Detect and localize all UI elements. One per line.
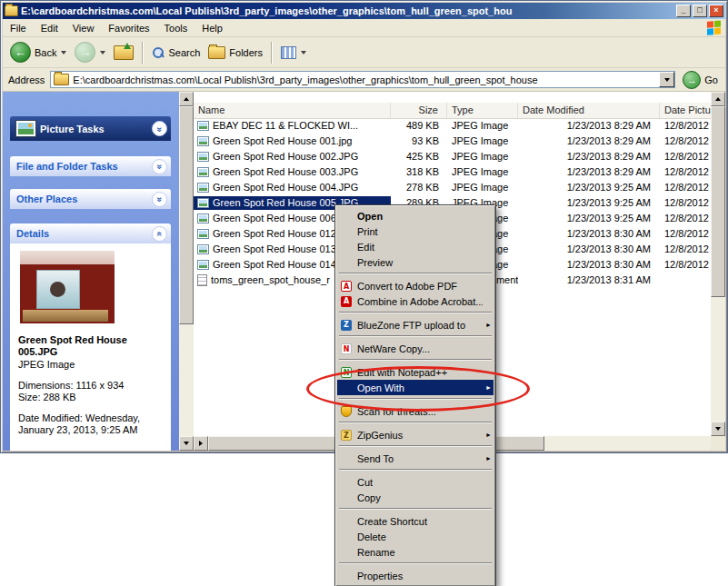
menubar-item-view[interactable]: View bbox=[65, 20, 102, 36]
context-menu-item-netware-copy[interactable]: NetWare Copy... bbox=[337, 341, 494, 356]
folder-icon bbox=[54, 74, 69, 85]
context-menu-item-open-with[interactable]: Open With► bbox=[337, 380, 494, 395]
sidebar-scrollbar[interactable] bbox=[179, 92, 194, 451]
column-header-date-picture[interactable]: Date Picture bbox=[660, 103, 711, 118]
chevron-up-icon[interactable]: « bbox=[152, 226, 167, 242]
address-input[interactable]: E:\cardboardchristmas.com\Local Publish\… bbox=[50, 71, 675, 88]
scroll-down-button[interactable] bbox=[179, 436, 194, 451]
context-menu-item-preview[interactable]: Preview bbox=[337, 254, 494, 270]
list-scrollbar[interactable] bbox=[711, 92, 725, 451]
menubar-item-tools[interactable]: Tools bbox=[157, 20, 195, 36]
menubar-item-help[interactable]: Help bbox=[194, 20, 230, 36]
minimize-button[interactable]: _ bbox=[676, 5, 691, 17]
image-file-icon bbox=[197, 214, 209, 223]
search-button[interactable]: Search bbox=[149, 45, 203, 61]
file-row[interactable]: Green Spot Red House 004.JPG278 KBJPEG I… bbox=[194, 180, 711, 195]
picture-tasks-panel-header[interactable]: Picture Tasks » bbox=[10, 116, 171, 141]
folders-button[interactable]: Folders bbox=[205, 45, 265, 61]
file-type: JPEG Image bbox=[447, 119, 518, 133]
file-date-picture: 12/8/2012 5 bbox=[660, 243, 711, 256]
scroll-up-button[interactable] bbox=[179, 92, 194, 106]
file-date-picture: 12/8/2012 1 bbox=[660, 181, 711, 194]
up-button[interactable] bbox=[111, 44, 136, 62]
file-size: 93 KB bbox=[391, 134, 447, 148]
context-menu-item-convert-to-adobe-pdf[interactable]: Convert to Adobe PDF bbox=[337, 278, 494, 293]
address-dropdown-button[interactable] bbox=[659, 72, 674, 87]
context-menu-item-zipgenius[interactable]: ZipGenius► bbox=[337, 427, 494, 442]
thumbnail-house-hole bbox=[50, 282, 65, 297]
file-type: JPEG Image bbox=[447, 150, 518, 164]
context-menu-item-delete[interactable]: Delete bbox=[337, 529, 494, 544]
file-name-cell: Green Spot Red House 003.JPG bbox=[194, 165, 391, 179]
column-header-date-modified[interactable]: Date Modified bbox=[518, 103, 660, 118]
menu-item-label: Combine in Adobe Acrobat... bbox=[357, 296, 483, 307]
other-places-panel-header[interactable]: Other Places » bbox=[10, 189, 171, 209]
file-name-cell: Green Spot Red House 002.JPG bbox=[194, 150, 391, 164]
context-menu-item-rename[interactable]: Rename bbox=[337, 544, 494, 560]
file-row[interactable]: Green Spot Red House 002.JPG425 KBJPEG I… bbox=[194, 149, 711, 164]
back-dropdown-icon[interactable] bbox=[61, 51, 66, 55]
scroll-right-button[interactable] bbox=[194, 436, 208, 451]
address-path: E:\cardboardchristmas.com\Local Publish\… bbox=[73, 74, 655, 85]
chevron-down-icon[interactable]: » bbox=[152, 192, 167, 207]
context-menu-item-send-to[interactable]: Send To► bbox=[337, 451, 494, 466]
menubar-item-favorites[interactable]: Favorites bbox=[101, 20, 156, 36]
back-button[interactable]: ← Back bbox=[7, 40, 69, 65]
file-row[interactable]: EBAY DEC 11 & FLOCKED WI...489 KBJPEG Im… bbox=[194, 118, 711, 134]
file-row[interactable]: Green Spot Red House 001.jpg93 KBJPEG Im… bbox=[194, 134, 711, 149]
context-menu-item-cut[interactable]: Cut bbox=[337, 474, 494, 490]
close-button[interactable]: × bbox=[709, 5, 723, 17]
views-button[interactable] bbox=[278, 45, 309, 61]
details-size: Size: 288 KB bbox=[18, 392, 163, 403]
chevron-down-icon[interactable]: » bbox=[152, 159, 167, 174]
file-date-modified: 1/23/2013 9:25 AM bbox=[518, 181, 660, 194]
menubar-item-file[interactable]: File bbox=[3, 20, 34, 36]
context-menu-item-edit[interactable]: Edit bbox=[337, 239, 494, 254]
scrollbar-thumb[interactable] bbox=[179, 106, 194, 324]
context-menu-item-properties[interactable]: Properties bbox=[337, 568, 494, 583]
column-header-name[interactable]: Name bbox=[194, 103, 391, 118]
file-date-picture: 12/8/2012 5 bbox=[660, 227, 711, 241]
file-folder-tasks-panel-header[interactable]: File and Folder Tasks » bbox=[10, 156, 171, 176]
file-name-cell: Green Spot Red House 001.jpg bbox=[194, 134, 391, 148]
context-menu-item-create-shortcut[interactable]: Create Shortcut bbox=[337, 513, 494, 529]
context-menu-item-edit-with-notepad[interactable]: Edit with Notepad++ bbox=[337, 364, 494, 380]
context-menu-item-print[interactable]: Print bbox=[337, 223, 494, 239]
context-menu-item-open[interactable]: Open bbox=[337, 208, 494, 223]
column-header-size[interactable]: Size bbox=[391, 103, 447, 118]
image-file-icon bbox=[197, 260, 209, 270]
menubar-item-edit[interactable]: Edit bbox=[34, 20, 65, 36]
panel-title: Picture Tasks bbox=[40, 124, 105, 134]
image-file-icon bbox=[197, 152, 209, 162]
context-menu-item-scan-for-threats[interactable]: Scan for threats... bbox=[337, 403, 494, 419]
details-panel-header[interactable]: Details « bbox=[10, 223, 171, 243]
scrollbar-thumb[interactable] bbox=[711, 106, 725, 297]
context-menu-item-copy[interactable]: Copy bbox=[337, 490, 494, 505]
menu-item-label: Copy bbox=[357, 492, 483, 503]
menu-item-label: Cut bbox=[357, 477, 483, 488]
scroll-down-button[interactable] bbox=[711, 422, 725, 436]
thumbnail-house bbox=[36, 270, 80, 309]
scroll-up-button[interactable] bbox=[711, 92, 725, 106]
go-button[interactable]: → Go bbox=[681, 71, 720, 89]
menu-separator bbox=[339, 359, 492, 361]
notepadpp-icon bbox=[339, 367, 357, 378]
maximize-button[interactable]: □ bbox=[693, 5, 707, 17]
menu-separator bbox=[339, 335, 492, 337]
menubar: FileEditViewFavoritesToolsHelp bbox=[3, 19, 725, 37]
chevron-down-icon[interactable]: » bbox=[152, 121, 167, 136]
file-name-cell: Green Spot Red House 004.JPG bbox=[194, 181, 391, 194]
context-menu-item-combine-in-adobe-acrobat[interactable]: Combine in Adobe Acrobat... bbox=[337, 293, 494, 309]
forward-button[interactable]: → bbox=[72, 40, 108, 65]
context-menu-item-bluezone-ftp-upload-to[interactable]: BlueZone FTP upload to► bbox=[337, 317, 494, 333]
forward-dropdown-icon[interactable] bbox=[100, 51, 105, 55]
image-file-icon bbox=[197, 121, 209, 131]
titlebar[interactable]: E:\cardboardchristmas.com\Local Publish\… bbox=[3, 3, 725, 19]
column-header-type[interactable]: Type bbox=[447, 103, 518, 118]
menu-item-label: Preview bbox=[357, 257, 483, 268]
column-headers: NameSizeTypeDate ModifiedDate Picture bbox=[194, 103, 711, 119]
menu-item-label: Convert to Adobe PDF bbox=[357, 281, 483, 292]
file-row[interactable]: Green Spot Red House 003.JPG318 KBJPEG I… bbox=[194, 164, 711, 180]
windows-logo-icon bbox=[707, 20, 723, 35]
file-size: 489 KB bbox=[391, 119, 447, 133]
